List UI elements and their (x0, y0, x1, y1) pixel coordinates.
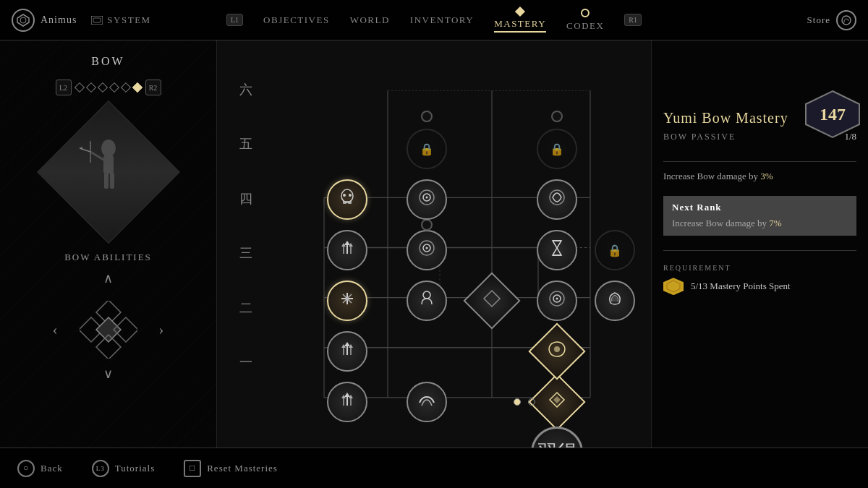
nav-codex[interactable]: Codex (566, 9, 604, 32)
nav-system[interactable]: System (91, 14, 150, 26)
back-button[interactable]: ○ Back (17, 460, 63, 477)
divider-2 (663, 250, 856, 251)
rank-labels: 六 五 四 三 二 一 (231, 48, 260, 404)
svg-point-1 (20, 17, 26, 23)
pip-5 (120, 82, 130, 93)
tutorials-button[interactable]: L3 Tutorials (92, 460, 155, 477)
svg-rect-10 (104, 173, 109, 189)
requirement-text: 5/13 Mastery Points Spent (691, 281, 791, 292)
requirement-item: 5/13 Mastery Points Spent (663, 278, 856, 295)
next-rank-label: Next Rank (672, 202, 848, 213)
skill-r6-lock2[interactable]: 🔒 (537, 129, 577, 169)
rank-4-label: 四 (239, 190, 252, 207)
mastery-points-container: 147 (804, 90, 861, 139)
svg-point-4 (842, 16, 851, 25)
r2-button[interactable]: R2 (145, 80, 161, 95)
svg-point-82 (343, 194, 346, 197)
start-node-kanji[interactable]: 習得 (531, 427, 583, 448)
svg-rect-6 (103, 155, 114, 174)
svg-point-5 (101, 140, 116, 157)
indicator-r1-1 (514, 398, 521, 406)
store-button[interactable]: Store (807, 10, 856, 30)
top-navigation: Animus System L1 Objectives World Invent… (0, 0, 868, 40)
svg-point-87 (550, 190, 564, 205)
animus-logo: Animus (12, 9, 77, 32)
skill-r5-col2[interactable] (407, 179, 447, 220)
divider-1 (663, 161, 856, 162)
svg-rect-16 (96, 317, 121, 342)
animus-icon (12, 9, 35, 32)
indicator-r1-2 (528, 398, 535, 406)
requirement-section: REQUIREMENT 5/13 Mastery Points Spent (663, 264, 856, 295)
skill-r1-col1[interactable] (327, 382, 367, 422)
back-icon: ○ (17, 460, 35, 477)
animus-label: Animus (41, 14, 77, 26)
skill-r4-col2[interactable] (407, 230, 447, 270)
reset-button[interactable]: □ Reset Masteries (184, 460, 278, 477)
svg-marker-0 (17, 14, 29, 26)
l1-button[interactable]: L1 (226, 14, 243, 26)
small-dot-r4 (421, 219, 433, 231)
svg-marker-46 (344, 393, 350, 397)
small-dot-top (421, 111, 433, 122)
skill-r6-lock1[interactable]: 🔒 (407, 129, 447, 169)
requirement-hex-icon (663, 278, 684, 295)
rank-2-label: 二 (239, 299, 252, 317)
weapon-title: BOW (91, 55, 124, 68)
scroll-down-arrow[interactable]: ∨ (103, 366, 113, 382)
right-panel: 147 Yumi Bow Mastery Bow Passive 1/8 Inc… (651, 40, 868, 448)
skill-r3-center-diamond[interactable] (463, 272, 520, 329)
category-prev-arrow[interactable]: ‹ (53, 322, 58, 338)
skill-r1-col2[interactable] (407, 382, 447, 422)
main-content: BOW L2 R2 (0, 40, 868, 448)
svg-point-59 (554, 346, 560, 352)
svg-rect-3 (93, 18, 101, 22)
tutorials-icon: L3 (92, 460, 109, 477)
nav-world[interactable]: World (350, 14, 390, 26)
rank-5-label: 五 (239, 135, 252, 153)
pip-4 (109, 82, 119, 93)
skill-r4-hourglass2[interactable]: 🔒 (595, 230, 635, 270)
codex-circle-icon (581, 9, 590, 17)
skill-r3-hood[interactable] (407, 281, 447, 321)
nav-objectives[interactable]: Objectives (263, 14, 330, 26)
skill-r2-col1[interactable] (327, 331, 367, 372)
skill-r2-diamond[interactable] (528, 322, 585, 380)
skill-type: Bow Passive (663, 132, 736, 142)
rank-6-label: 六 (239, 81, 252, 98)
nav-mastery[interactable]: Mastery (494, 8, 546, 33)
svg-point-68 (556, 298, 558, 300)
svg-point-86 (426, 197, 428, 199)
skill-r4-hourglass[interactable] (537, 230, 577, 270)
svg-marker-54 (344, 342, 350, 346)
reset-icon: □ (184, 460, 201, 477)
level-indicators: L2 R2 (56, 80, 161, 95)
abilities-label: Bow Abilities (64, 252, 152, 263)
small-dot-top2 (551, 111, 563, 122)
pip-1 (74, 82, 84, 93)
next-rank-description: Increase Bow damage by 7% (672, 216, 848, 231)
svg-marker-71 (344, 241, 350, 245)
skill-r5-skull[interactable] (327, 179, 367, 220)
svg-marker-92 (667, 281, 680, 292)
skill-r3-col1[interactable] (327, 281, 367, 321)
nav-right: Store (807, 10, 856, 30)
l2-button[interactable]: L2 (56, 80, 72, 95)
nav-inventory[interactable]: Inventory (410, 14, 474, 26)
archer-display (43, 107, 174, 237)
svg-rect-2 (91, 16, 103, 25)
category-next-arrow[interactable]: › (159, 322, 164, 338)
category-diamond-grid (80, 301, 137, 359)
skill-r3-col4[interactable] (595, 281, 635, 321)
r1-button[interactable]: R1 (624, 14, 642, 26)
store-icon (836, 10, 856, 30)
scroll-up-arrow[interactable]: ∧ (103, 270, 113, 286)
requirement-label: REQUIREMENT (663, 264, 856, 272)
left-panel: BOW L2 R2 (0, 40, 217, 448)
skill-r3-col3[interactable] (537, 281, 577, 321)
next-rank-section: Next Rank Increase Bow damage by 7% (663, 196, 856, 236)
pip-6 (132, 82, 142, 93)
skill-r4-col1[interactable] (327, 230, 367, 270)
skill-r1-diamond[interactable] (528, 373, 585, 430)
skill-r5-col3[interactable] (537, 179, 577, 220)
